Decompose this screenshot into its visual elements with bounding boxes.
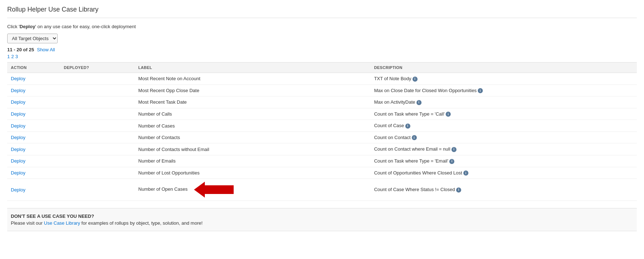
- label-cell: Number of Contacts without Email: [135, 143, 371, 155]
- use-case-library-link[interactable]: Use Case Library: [44, 220, 80, 226]
- deploy-link[interactable]: Deploy: [11, 135, 25, 140]
- deploy-link[interactable]: Deploy: [11, 123, 25, 129]
- col-label: LABEL: [135, 62, 371, 73]
- description-cell: Max on Close Date for Closed Won Opportu…: [370, 85, 637, 96]
- deploy-link[interactable]: Deploy: [11, 111, 25, 117]
- footer-section: DON'T SEE A USE CASE YOU NEED? Please vi…: [7, 208, 637, 231]
- page-links: 1 2 3: [7, 54, 637, 59]
- footer-heading: DON'T SEE A USE CASE YOU NEED?: [11, 213, 633, 219]
- description-cell: Count of Casei: [370, 120, 637, 132]
- filter-row: All Target Objects Account Contact Oppor…: [7, 34, 637, 43]
- label-cell: Number of Emails: [135, 155, 371, 167]
- deploy-link[interactable]: Deploy: [11, 170, 25, 176]
- info-icon[interactable]: i: [405, 124, 410, 129]
- table-header: ACTION DEPLOYED? LABEL DESCRIPTION: [7, 62, 637, 73]
- table-row: DeployNumber of EmailsCount on Task wher…: [7, 155, 637, 167]
- page-container: Rollup Helper Use Case Library Click 'De…: [0, 0, 644, 237]
- page-link-3[interactable]: 3: [15, 54, 18, 59]
- arrow-annotation: [188, 187, 234, 192]
- table-row: DeployNumber of ContactsCount on Contact…: [7, 131, 637, 143]
- description-cell: Max on ActivityDatei: [370, 96, 637, 108]
- deployed-cell: [60, 73, 135, 85]
- footer-text: Please visit our Use Case Library for ex…: [11, 220, 633, 226]
- table-row: DeployNumber of CasesCount of Casei: [7, 120, 637, 132]
- table-row: DeployMost Recent Task DateMax on Activi…: [7, 96, 637, 108]
- show-all-link[interactable]: Show All: [37, 47, 55, 52]
- info-icon[interactable]: i: [446, 112, 451, 117]
- label-cell: Number of Lost Opportunities: [135, 167, 371, 179]
- table-body: DeployMost Recent Note on AccountTXT of …: [7, 73, 637, 201]
- page-link-2[interactable]: 2: [11, 54, 14, 59]
- info-icon[interactable]: i: [416, 100, 422, 105]
- description-cell: TXT of Note Bodyi: [370, 73, 637, 85]
- deploy-link[interactable]: Deploy: [11, 147, 25, 152]
- page-link-1[interactable]: 1: [7, 54, 10, 59]
- table-row: DeployMost Recent Note on AccountTXT of …: [7, 73, 637, 85]
- deployed-cell: [60, 143, 135, 155]
- deployed-cell: [60, 108, 135, 120]
- deploy-link[interactable]: Deploy: [11, 187, 25, 193]
- info-icon[interactable]: i: [456, 187, 461, 193]
- table-row: DeployNumber of CallsCount on Task where…: [7, 108, 637, 120]
- deployed-cell: [60, 120, 135, 132]
- target-objects-select[interactable]: All Target Objects Account Contact Oppor…: [7, 34, 58, 43]
- deployed-cell: [60, 167, 135, 179]
- deployed-cell: [60, 85, 135, 96]
- pagination-range: 11 - 20 of 25: [7, 47, 34, 52]
- description-cell: Count on Task where Type = 'Call'i: [370, 108, 637, 120]
- use-case-table: ACTION DEPLOYED? LABEL DESCRIPTION Deplo…: [7, 62, 637, 201]
- info-icon[interactable]: i: [449, 159, 454, 164]
- table-row: DeployNumber of Open Cases Count of Case…: [7, 179, 637, 201]
- deployed-cell: [60, 131, 135, 143]
- deployed-cell: [60, 179, 135, 201]
- deployed-cell: [60, 96, 135, 108]
- table-row: DeployNumber of Contacts without EmailCo…: [7, 143, 637, 155]
- label-cell: Number of Contacts: [135, 131, 371, 143]
- info-icon[interactable]: i: [413, 77, 418, 82]
- label-cell: Most Recent Task Date: [135, 96, 371, 108]
- description-cell: Count of Case Where Status != Closedi: [370, 179, 637, 201]
- col-deployed: DEPLOYED?: [60, 62, 135, 73]
- info-icon[interactable]: i: [463, 170, 468, 176]
- instruction-text: Click 'Deploy' on any use case for easy,…: [7, 24, 637, 29]
- label-cell: Number of Calls: [135, 108, 371, 120]
- description-cell: Count on Contact where Email = nulli: [370, 143, 637, 155]
- info-icon[interactable]: i: [451, 147, 456, 152]
- description-cell: Count on Task where Type = 'Email'i: [370, 155, 637, 167]
- table-row: DeployMost Recent Opp Close DateMax on C…: [7, 85, 637, 96]
- col-action: ACTION: [7, 62, 60, 73]
- info-icon[interactable]: i: [412, 135, 417, 140]
- svg-marker-0: [194, 182, 234, 198]
- label-cell: Number of Cases: [135, 120, 371, 132]
- page-title: Rollup Helper Use Case Library: [7, 6, 637, 18]
- deploy-link[interactable]: Deploy: [11, 158, 25, 164]
- pagination-info: 11 - 20 of 25 Show All: [7, 47, 637, 52]
- deploy-link[interactable]: Deploy: [11, 76, 25, 81]
- description-cell: Count of Opportunities Where Closed Lost…: [370, 167, 637, 179]
- col-description: DESCRIPTION: [370, 62, 637, 73]
- deploy-link[interactable]: Deploy: [11, 99, 25, 105]
- deploy-link[interactable]: Deploy: [11, 88, 25, 93]
- table-row: DeployNumber of Lost OpportunitiesCount …: [7, 167, 637, 179]
- deployed-cell: [60, 155, 135, 167]
- label-cell: Number of Open Cases: [135, 179, 371, 201]
- label-cell: Most Recent Opp Close Date: [135, 85, 371, 96]
- label-cell: Most Recent Note on Account: [135, 73, 371, 85]
- description-cell: Count on Contacti: [370, 131, 637, 143]
- info-icon[interactable]: i: [478, 88, 483, 93]
